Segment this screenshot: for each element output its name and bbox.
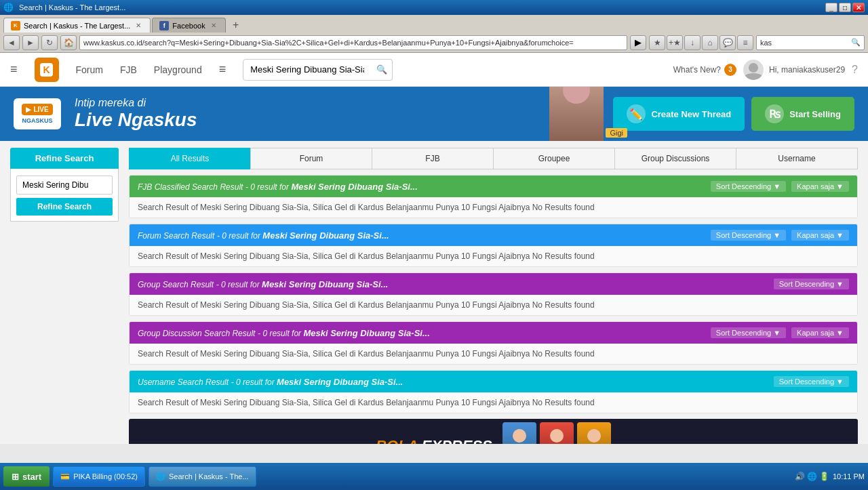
tab-all-results[interactable]: All Results bbox=[129, 148, 250, 169]
svg-point-0 bbox=[749, 63, 758, 73]
tab-groupee[interactable]: Groupee bbox=[493, 148, 614, 169]
tab-kaskus[interactable]: K Search | Kaskus - The Largest... ✕ bbox=[3, 18, 151, 33]
kaskus-navbar: ≡ K Forum FJB Playground ≡ 🔍 What's New?… bbox=[0, 53, 868, 87]
window-controls[interactable]: _ □ ✕ bbox=[825, 3, 865, 12]
kaskus-search-input[interactable] bbox=[243, 59, 372, 81]
close-button[interactable]: ✕ bbox=[852, 3, 865, 12]
browser-search-box[interactable]: kas 🔍 bbox=[756, 35, 865, 50]
maximize-button[interactable]: □ bbox=[839, 3, 851, 12]
address-bar[interactable]: www.kaskus.co.id/search?q=Meski+Sering+D… bbox=[79, 35, 627, 50]
fjb-nav-link[interactable]: FJB bbox=[120, 64, 137, 75]
system-tray: 🔊 🌐 🔋 10:11 PM bbox=[795, 472, 865, 481]
facebook-favicon: f bbox=[159, 21, 169, 30]
search-results-area: All Results Forum FJB Groupee Group Disc… bbox=[129, 148, 858, 444]
add-favorites-button[interactable]: +★ bbox=[667, 35, 683, 50]
soccer-players bbox=[502, 422, 611, 444]
refine-search-input[interactable] bbox=[16, 176, 113, 195]
tab-facebook[interactable]: f Facebook ✕ bbox=[152, 18, 225, 33]
window-title: Search | Kaskus - The Largest... bbox=[19, 3, 125, 12]
menu-button[interactable]: ≡ bbox=[737, 35, 753, 50]
home-button[interactable]: 🏠 bbox=[60, 35, 77, 50]
kaskus-logo-text: K bbox=[40, 63, 52, 77]
forum-result-title: Forum Search Result - 0 result for Meski… bbox=[138, 230, 389, 241]
go-button[interactable]: ▶ bbox=[630, 35, 646, 50]
group-disc-kapan-button[interactable]: Kapan saja ▼ bbox=[791, 327, 849, 338]
group-disc-result-title: Group Discussion Search Result - 0 resul… bbox=[138, 328, 430, 338]
group-disc-sort-button[interactable]: Sort Descending ▼ bbox=[711, 327, 786, 338]
chat-button[interactable]: 💬 bbox=[719, 35, 736, 50]
new-tab-button[interactable]: + bbox=[227, 18, 245, 33]
tray-icon-1: 🔊 bbox=[795, 472, 805, 481]
forum-sort-button[interactable]: Sort Descending ▼ bbox=[711, 230, 786, 241]
tab-fjb[interactable]: FJB bbox=[372, 148, 493, 169]
username-sort-button[interactable]: Sort Descending ▼ bbox=[774, 376, 849, 387]
fjb-result-controls: Sort Descending ▼ Kapan saja ▼ bbox=[711, 181, 849, 192]
refine-search-panel: Refine Search bbox=[10, 169, 119, 222]
kaskus-tab-icon: 🌐 bbox=[156, 472, 165, 481]
forum-result-count-text: - 0 result for bbox=[217, 231, 262, 241]
user-avatar bbox=[743, 60, 764, 80]
kaskus-logo[interactable]: K bbox=[35, 58, 59, 82]
fjb-result-body: Search Result of Meski Sering Dibuang Si… bbox=[130, 197, 857, 218]
banner-person-name: Gigi bbox=[606, 128, 627, 138]
title-favicon: 🌐 bbox=[3, 3, 14, 12]
minimize-button[interactable]: _ bbox=[825, 3, 837, 12]
billing-label: PIKA Billing (00:52) bbox=[73, 472, 138, 481]
back-button[interactable]: ◄ bbox=[3, 35, 20, 50]
group-result-section: Group Search Result - 0 result for Meski… bbox=[129, 272, 858, 316]
start-selling-button[interactable]: ₨ Start Selling bbox=[751, 97, 854, 131]
search-sidebar: Refine Search Refine Search bbox=[10, 148, 119, 444]
forum-nav-link[interactable]: Forum bbox=[76, 64, 103, 75]
fjb-result-count-text: - 0 result for bbox=[245, 182, 291, 192]
create-thread-button[interactable]: ✏️ Create New Thread bbox=[613, 97, 745, 131]
taskbar-kaskus-item[interactable]: 🌐 Search | Kaskus - The... bbox=[149, 466, 256, 487]
username-result-count-text: - 0 result for bbox=[231, 377, 277, 387]
tab-facebook-close[interactable]: ✕ bbox=[209, 21, 218, 30]
fjb-result-query: Meski Sering Dibuang Sia-Si... bbox=[291, 182, 417, 192]
whats-new-button[interactable]: What's New? 3 bbox=[673, 64, 736, 76]
browser-search-icon[interactable]: 🔍 bbox=[851, 38, 861, 47]
more-menu-button[interactable]: ≡ bbox=[219, 62, 226, 77]
refine-search-button[interactable]: Refine Search bbox=[16, 198, 113, 216]
user-info-section[interactable]: Hi, maniakaskuser29 bbox=[743, 60, 845, 80]
home-nav-button[interactable]: ⌂ bbox=[702, 35, 718, 50]
taskbar-billing-item[interactable]: 💳 PIKA Billing (00:52) bbox=[53, 466, 145, 487]
group-disc-result-count-text: - 0 result for bbox=[258, 329, 303, 338]
tab-kaskus-label: Search | Kaskus - The Largest... bbox=[24, 22, 130, 30]
whats-new-label: What's New? bbox=[673, 65, 721, 75]
username-result-section: Username Search Result - 0 result for Me… bbox=[129, 370, 858, 413]
refine-search-header: Refine Search bbox=[10, 148, 119, 169]
filter-tabs: All Results Forum FJB Groupee Group Disc… bbox=[129, 148, 858, 169]
forum-result-controls: Sort Descending ▼ Kapan saja ▼ bbox=[711, 230, 849, 241]
start-button[interactable]: ⊞ start bbox=[3, 466, 50, 487]
kaskus-tab-label: Search | Kaskus - The... bbox=[169, 472, 249, 481]
group-disc-result-section: Group Discussion Search Result - 0 resul… bbox=[129, 321, 858, 365]
forum-result-header: Forum Search Result - 0 result for Meski… bbox=[130, 224, 857, 246]
fjb-sort-button[interactable]: Sort Descending ▼ bbox=[711, 181, 786, 192]
group-disc-result-body: Search Result of Meski Sering Dibuang Si… bbox=[130, 344, 857, 364]
fjb-result-title: FJB Classified Search Result - 0 result … bbox=[138, 182, 418, 192]
tray-icon-2: 🌐 bbox=[807, 472, 817, 481]
tab-facebook-label: Facebook bbox=[172, 22, 205, 30]
forum-kapan-button[interactable]: Kapan saja ▼ bbox=[791, 230, 849, 241]
tab-kaskus-close[interactable]: ✕ bbox=[134, 21, 143, 30]
playground-nav-link[interactable]: Playground bbox=[154, 64, 202, 75]
favorites-button[interactable]: ★ bbox=[649, 35, 665, 50]
tab-forum[interactable]: Forum bbox=[250, 148, 372, 169]
tab-username[interactable]: Username bbox=[736, 148, 858, 169]
help-icon[interactable]: ? bbox=[852, 64, 858, 76]
fjb-kapan-button[interactable]: Kapan saja ▼ bbox=[791, 181, 849, 192]
group-sort-button[interactable]: Sort Descending ▼ bbox=[774, 279, 849, 289]
forward-button[interactable]: ► bbox=[22, 35, 39, 50]
start-selling-icon: ₨ bbox=[765, 104, 784, 123]
kaskus-search-button[interactable]: 🔍 bbox=[371, 59, 393, 81]
fjb-result-header: FJB Classified Search Result - 0 result … bbox=[130, 176, 857, 197]
download-button[interactable]: ↓ bbox=[684, 35, 701, 50]
fjb-result-section: FJB Classified Search Result - 0 result … bbox=[129, 175, 858, 218]
hamburger-menu[interactable]: ≡ bbox=[10, 62, 18, 77]
refresh-button[interactable]: ↻ bbox=[41, 35, 58, 50]
username-result-body: Search Result of Meski Sering Dibuang Si… bbox=[130, 392, 857, 413]
tab-group-discussions[interactable]: Group Discussions bbox=[614, 148, 736, 169]
title-bar: 🌐 Search | Kaskus - The Largest... _ □ ✕ bbox=[0, 0, 868, 15]
username-result-controls: Sort Descending ▼ bbox=[774, 376, 849, 387]
